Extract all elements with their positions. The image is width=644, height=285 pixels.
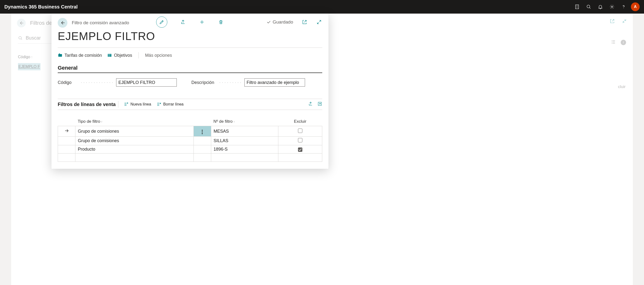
row-pointer-cell (58, 145, 76, 154)
saved-indicator: Guardado (266, 20, 293, 25)
list-excluir-fragment: cluir (618, 84, 626, 89)
col-tipo-filtro[interactable]: Tipo de filtro↑ (76, 117, 194, 126)
tab-objetivos[interactable]: Objetivos (107, 53, 132, 58)
list-row-selected[interactable]: EJEMPLO F (18, 63, 40, 70)
table-row-empty[interactable] (58, 154, 322, 162)
row-pointer-cell (58, 126, 76, 136)
descripcion-label: Descripción (191, 80, 218, 85)
svg-rect-0 (576, 5, 579, 9)
svg-rect-6 (59, 54, 60, 54)
col-num-filtro[interactable]: Nº de filtro↑ (211, 117, 278, 126)
edit-button[interactable] (156, 16, 167, 28)
svg-rect-7 (108, 54, 112, 57)
share-button[interactable] (180, 19, 186, 25)
list-view-icon[interactable] (610, 39, 616, 46)
cell-excluir[interactable] (278, 126, 322, 136)
new-line-button[interactable]: Nueva línea (124, 102, 151, 107)
card-back-button[interactable] (58, 18, 68, 28)
svg-point-2 (611, 6, 613, 8)
global-search-icon[interactable] (583, 1, 594, 12)
table-row[interactable]: Grupo de comisionesSILLAS (58, 136, 322, 145)
cell-excluir[interactable] (278, 145, 322, 154)
row-menu-button[interactable] (194, 145, 211, 154)
svg-point-4 (19, 36, 21, 39)
descripcion-input[interactable] (244, 78, 305, 86)
list-search-placeholder: Buscar (26, 35, 41, 41)
table-row[interactable]: Producto1896-S (58, 145, 322, 154)
cell-tipo[interactable]: Producto (76, 145, 194, 154)
more-options[interactable]: Más opciones (145, 53, 172, 58)
cell-tipo[interactable]: Grupo de comisiones (76, 126, 194, 136)
table-row[interactable]: Grupo de comisionesMESAS (58, 126, 322, 136)
topbar: Dynamics 365 Business Central A (0, 0, 644, 14)
list-back-button[interactable] (17, 19, 26, 28)
list-row-link[interactable]: EJEMPLO F (18, 64, 40, 69)
cell-num[interactable]: MESAS (211, 126, 278, 136)
row-menu-button[interactable] (194, 126, 211, 136)
subpage-popout-icon[interactable] (318, 102, 322, 107)
tab-tarifas-comision[interactable]: Tarifas de comisión (58, 53, 102, 58)
col-excluir[interactable]: Excluir (278, 117, 322, 126)
subpage-title: Filtros de líneas de venta (58, 101, 118, 108)
user-avatar[interactable]: A (631, 2, 640, 11)
expand-button[interactable] (316, 19, 322, 25)
record-title: EJEMPLO FILTRO (52, 28, 328, 48)
cell-num[interactable]: SILLAS (211, 136, 278, 145)
open-new-window-button[interactable] (302, 19, 308, 25)
svg-rect-5 (58, 54, 62, 57)
svg-point-1 (587, 5, 590, 8)
lines-table: Tipo de filtro↑ Nº de filtro↑ Excluir Gr… (58, 117, 322, 162)
new-button[interactable] (199, 19, 205, 25)
environment-icon[interactable] (571, 1, 583, 12)
section-general: General (58, 65, 322, 73)
subpage-share-icon[interactable] (308, 102, 313, 107)
cell-num[interactable]: 1896-S (211, 145, 278, 154)
list-open-new-window-icon[interactable] (610, 18, 615, 25)
delete-button[interactable] (218, 19, 224, 25)
help-icon[interactable] (618, 1, 630, 12)
delete-line-button[interactable]: Borrar línea (156, 102, 184, 107)
list-collapse-icon[interactable] (622, 18, 627, 25)
cell-tipo[interactable]: Grupo de comisiones (76, 136, 194, 145)
row-menu-button[interactable] (194, 136, 211, 145)
settings-icon[interactable] (606, 1, 618, 12)
app-brand: Dynamics 365 Business Central (4, 4, 78, 10)
record-card: Filtro de comisión avanzado Gua (52, 14, 328, 169)
card-breadcrumb: Filtro de comisión avanzado (72, 20, 129, 26)
notifications-icon[interactable] (594, 1, 606, 12)
cell-excluir[interactable] (278, 136, 322, 145)
info-icon[interactable]: i (621, 40, 626, 45)
svg-point-3 (624, 8, 624, 8)
codigo-input[interactable] (116, 78, 177, 86)
row-pointer-cell (58, 136, 76, 145)
codigo-label: Código (58, 80, 80, 85)
